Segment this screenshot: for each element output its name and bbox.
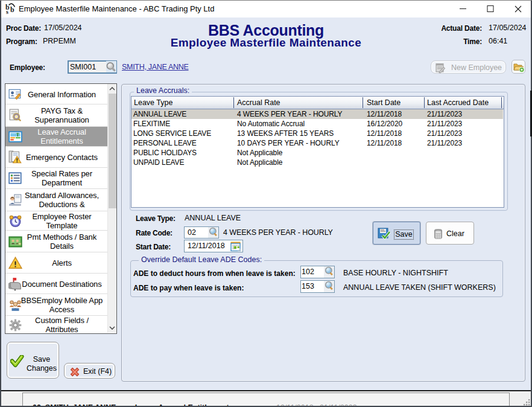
svg-text:b: b: [10, 5, 14, 14]
svg-text:s: s: [6, 8, 8, 14]
